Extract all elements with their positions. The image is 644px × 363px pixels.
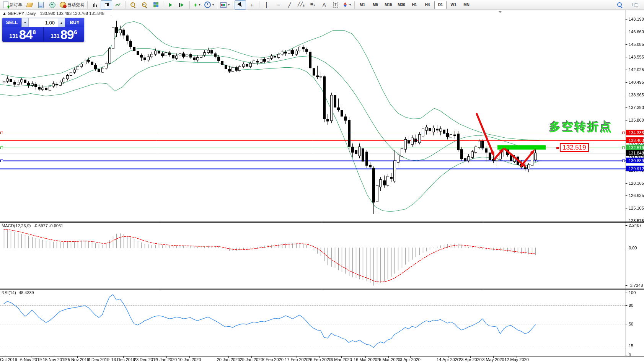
timeframe-mn-button[interactable]: MN (460, 1, 473, 9)
vertical-line-icon: │ (265, 2, 268, 7)
timeframe-m30-button[interactable]: M30 (395, 1, 408, 9)
chat-button[interactable] (629, 0, 641, 10)
sell-price-point: 8 (33, 29, 36, 35)
buy-button[interactable]: BUY (65, 18, 84, 27)
chat-icon (632, 2, 638, 7)
ohlc-values: 130.980 132.493 130.768 131.848 (40, 11, 104, 16)
macd-name: MACD(12,26,9) (2, 223, 31, 228)
fibonacci-tool-button[interactable]: ≣F (307, 0, 318, 10)
text-icon: A (323, 2, 326, 7)
fibonacci-icon: ≣F (310, 2, 315, 8)
sell-button[interactable]: SELL (2, 18, 21, 27)
zoom-in-button[interactable]: + (127, 0, 139, 10)
buy-price-pips: 89 (60, 29, 74, 41)
volume-decrease-button[interactable]: ▼ (22, 18, 29, 27)
templates-button[interactable]: ▾ (219, 0, 231, 10)
line-chart-button[interactable] (112, 0, 124, 10)
timeframe-m15-button[interactable]: M15 (382, 1, 395, 9)
arrows-tool-button[interactable]: ▾ (341, 0, 353, 10)
separator (163, 1, 163, 9)
timeframe-d1-button[interactable]: D1 (434, 1, 447, 9)
bar-chart-button[interactable] (89, 0, 101, 10)
text-label-tool-button[interactable]: T (330, 0, 341, 10)
search-icon (617, 2, 623, 8)
periods-button[interactable]: ▾ (203, 0, 215, 10)
volume-field: ▼ 1.00 ▲ (21, 18, 65, 27)
chart-title: ▲ GBPJPY-,Daily 130.980 132.493 130.768 … (2, 11, 104, 16)
buy-price-point: 6 (74, 29, 77, 35)
chart-canvas[interactable] (0, 0, 644, 363)
new-order-label: 新订单 (10, 2, 22, 8)
separator (233, 1, 233, 9)
timeframe-h1-button[interactable]: H1 (408, 1, 421, 9)
separator (217, 1, 217, 9)
profile-icon (38, 2, 44, 8)
separator (354, 1, 355, 9)
volume-value[interactable]: 1.00 (29, 18, 58, 27)
profile-button[interactable] (35, 0, 47, 10)
sell-price-pips: 84 (19, 29, 33, 41)
cursor-tool-button[interactable] (235, 0, 246, 10)
channel-tool-button[interactable]: ╱╱E (295, 0, 307, 10)
crosshair-icon: ＋ (249, 2, 254, 7)
auto-scroll-button[interactable] (165, 0, 176, 10)
auto-scroll-icon (169, 3, 172, 7)
collapse-panel-icon[interactable]: ▲ (2, 11, 7, 16)
separator (189, 1, 190, 9)
buy-price-group: 131 (51, 33, 59, 39)
level-callout-132519[interactable]: 132.519 (560, 143, 589, 152)
rsi-name: RSI(14) (2, 290, 16, 295)
clock-icon (204, 2, 211, 8)
chart-shift-button[interactable] (176, 0, 188, 10)
journal-icon (26, 3, 33, 7)
text-tool-button[interactable]: A (318, 0, 330, 10)
vertical-line-tool-button[interactable]: │ (261, 0, 272, 10)
journal-button[interactable] (24, 0, 35, 10)
tile-windows-button[interactable] (150, 0, 161, 10)
autotrade-label: 自动交易 (67, 2, 84, 8)
separator (87, 1, 88, 9)
new-order-icon (3, 2, 8, 8)
toolbar: 新订单 自动交易 + − +▾ ▾ ▾ ＋ │ ─ ╱ ╱╱E (0, 0, 644, 10)
timeframe-group: M1M5M15M30H1H4D1W1MN (356, 1, 473, 9)
signal-icon (49, 2, 55, 8)
autotrade-icon (60, 2, 66, 8)
turning-point-annotation[interactable]: 多空转折点 (549, 119, 613, 135)
tile-windows-icon (153, 2, 158, 7)
candlestick-chart-button[interactable] (101, 0, 112, 10)
line-chart-icon (115, 3, 121, 7)
chevron-down-icon: ▾ (212, 3, 214, 7)
toolbar-right-group (614, 0, 641, 10)
zoom-out-button[interactable]: − (139, 0, 150, 10)
new-order-button[interactable]: 新订单 (2, 0, 24, 10)
autotrade-button[interactable]: 自动交易 (58, 0, 86, 10)
timeframe-w1-button[interactable]: W1 (447, 1, 460, 9)
volume-increase-button[interactable]: ▲ (58, 18, 65, 27)
chevron-down-icon: ▾ (199, 3, 200, 7)
market-watch-button[interactable] (47, 0, 58, 10)
bar-chart-icon (93, 2, 98, 7)
macd-indicator-label: MACD(12,26,9) -0.6977 -0.6061 (2, 223, 63, 228)
zoom-in-icon: + (130, 2, 135, 7)
sell-price[interactable]: 131848 (2, 27, 43, 42)
indicators-button[interactable]: +▾ (191, 0, 203, 10)
buy-price[interactable]: 131896 (44, 27, 84, 42)
crosshair-tool-button[interactable]: ＋ (246, 0, 258, 10)
trendline-tool-button[interactable]: ╱ (284, 0, 295, 10)
add-indicator-icon: + (194, 3, 197, 7)
cursor-icon (237, 2, 243, 8)
candlestick-icon (104, 2, 109, 8)
one-click-trading-panel: SELL ▼ 1.00 ▲ BUY 131848 131896 (2, 18, 85, 42)
timeframe-m5-button[interactable]: M5 (369, 1, 382, 9)
symbol-period-label: GBPJPY-,Daily (8, 11, 36, 16)
timeframe-h4-button[interactable]: H4 (421, 1, 434, 9)
channel-icon: ╱╱E (298, 2, 305, 8)
template-icon (220, 2, 227, 8)
chevron-down-icon: ▾ (349, 3, 351, 7)
zoom-out-icon: − (142, 2, 147, 7)
search-button[interactable] (614, 0, 626, 10)
horizontal-line-tool-button[interactable]: ─ (272, 0, 284, 10)
arrows-icon (343, 2, 348, 7)
horizontal-line-icon: ─ (276, 2, 280, 7)
timeframe-m1-button[interactable]: M1 (356, 1, 368, 9)
